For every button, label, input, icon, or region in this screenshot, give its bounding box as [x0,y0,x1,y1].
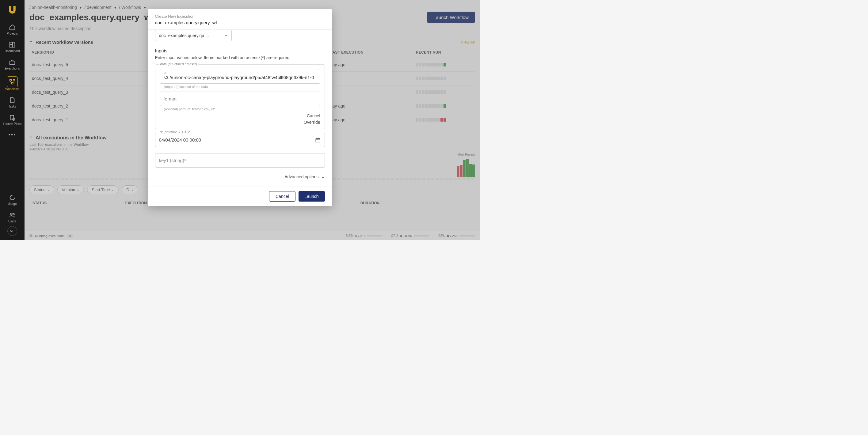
nav-users[interactable]: Users [0,209,25,226]
svg-rect-2 [10,45,12,47]
home-icon [9,24,16,31]
cancel-button[interactable]: Cancel [269,191,296,202]
svg-rect-6 [11,83,13,84]
briefcase-icon [9,59,16,66]
avatar[interactable]: NE [7,226,17,236]
format-input[interactable] [160,92,320,106]
workflow-icon [9,78,16,85]
field-label: dt (datetime - UTC)* [159,130,191,134]
svg-rect-13 [316,138,320,139]
nav-dashboard[interactable]: Dashboard [0,38,25,56]
override-actions: Cancel Override [160,113,320,126]
users-icon [9,212,16,219]
nav-usage[interactable]: Usage [0,191,25,209]
cancel-override-link[interactable]: Cancel [160,113,320,119]
nav-label: Projects [7,32,18,35]
nav-label: Tasks [8,105,16,108]
svg-rect-1 [12,42,15,47]
launch-modal: Create New Execution doc_examples.query.… [148,9,332,206]
svg-point-11 [13,213,14,215]
uri-field[interactable]: uri [160,69,320,83]
data-fieldset: data (structured dataset) uri (required)… [155,64,325,129]
chevron-down-icon: ▼ [225,34,228,37]
svg-point-9 [10,195,15,200]
svg-point-10 [11,213,12,215]
nav-label: Users [8,220,16,223]
nav-projects[interactable]: Projects [0,21,25,38]
launch-button[interactable]: Launch [299,191,325,202]
svg-rect-4 [10,80,12,81]
svg-rect-0 [10,42,12,44]
advanced-options-toggle[interactable]: Advanced options ⌄ [155,174,325,179]
clipboard-clock-icon [9,114,16,121]
chevron-down-icon: ⌄ [321,174,325,179]
datetime-input[interactable] [155,133,325,147]
fieldset-label: data (structured dataset) [159,62,198,66]
usage-icon [9,194,16,201]
svg-rect-5 [13,80,15,81]
datetime-field: dt (datetime - UTC)* [155,133,325,147]
modal-title: doc_examples.query.query_wf [155,20,325,25]
nav-more[interactable]: ••• [8,129,16,141]
nav-executions[interactable]: Executions [0,56,25,73]
dashboard-icon [9,41,16,48]
key1-input[interactable] [155,153,325,168]
override-link[interactable]: Override [160,119,320,126]
svg-rect-7 [10,115,14,120]
nav-workflows[interactable]: Workflows [0,73,25,94]
field-help: (optional) parquet, feather, csv, etc... [164,107,320,111]
modal-subtitle: Create New Execution [155,14,325,19]
workflow-select[interactable]: doc_examples.query.qu ... ▼ [155,30,232,41]
sidebar: Projects Dashboard Executions Workflows … [0,0,25,240]
nav-tasks[interactable]: Tasks [0,94,25,111]
logo [7,4,18,15]
svg-rect-3 [10,61,15,64]
inputs-help: Enter input values below. Items marked w… [155,55,325,60]
nav-label: Workflows [5,87,19,91]
field-help: (required) location of the data [164,85,320,89]
nav-launch-plans[interactable]: Launch Plans [0,111,25,129]
inputs-heading: Inputs [155,48,325,53]
file-icon [9,97,16,104]
nav-label: Executions [5,67,20,70]
nav-label: Dashboard [5,49,20,53]
nav-label: Usage [8,202,17,206]
uri-input[interactable] [164,74,316,80]
nav-label: Launch Plans [3,122,22,126]
calendar-icon[interactable] [315,137,320,143]
